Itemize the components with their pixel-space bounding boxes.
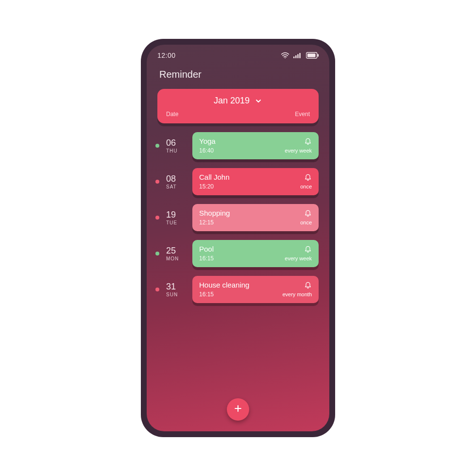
reminder-info: Call John15:20 <box>199 173 230 190</box>
reminder-row: 25MONPool16:15every week <box>155 240 319 267</box>
bell-icon <box>304 173 312 182</box>
reminder-time: 16:15 <box>199 291 249 298</box>
repeat-label: every week <box>285 255 312 261</box>
reminder-card[interactable]: Call John15:20once <box>192 168 319 195</box>
reminder-card[interactable]: Shopping12:15once <box>192 204 319 231</box>
day-of-week: SAT <box>166 184 186 189</box>
reminder-card[interactable]: House cleaning16:15every month <box>192 276 319 303</box>
bell-icon <box>304 281 312 289</box>
date-column: 31SUN <box>166 282 186 297</box>
date-column: 06THU <box>166 138 186 153</box>
reminder-meta: once <box>300 209 312 225</box>
reminder-title: Shopping <box>199 209 230 217</box>
reminder-list[interactable]: 06THUYoga16:40every week08SATCall John15… <box>147 132 329 431</box>
month-label: Jan 2019 <box>214 96 250 106</box>
status-dot <box>155 252 159 255</box>
reminder-meta: every month <box>282 281 312 297</box>
reminder-title: House cleaning <box>199 281 249 289</box>
svg-rect-2 <box>295 55 296 58</box>
reminder-row: 19TUEShopping12:15once <box>155 204 319 231</box>
header-event: Event <box>295 111 310 118</box>
bell-icon <box>304 137 312 146</box>
bell-icon <box>304 245 312 254</box>
repeat-label: once <box>300 220 312 225</box>
reminder-row: 06THUYoga16:40every week <box>155 132 319 159</box>
day-number: 08 <box>166 174 186 183</box>
reminder-info: Pool16:15 <box>199 245 214 262</box>
month-selector-card: Jan 2019 Date Event <box>157 89 319 123</box>
phone-frame: 12:00 <box>141 39 335 437</box>
date-column: 25MON <box>166 246 186 261</box>
day-number: 06 <box>166 138 186 147</box>
reminder-meta: every week <box>285 137 312 153</box>
bell-icon <box>304 209 312 218</box>
reminder-card[interactable]: Pool16:15every week <box>192 240 319 267</box>
status-icons <box>281 52 319 59</box>
reminder-info: Shopping12:15 <box>199 209 230 226</box>
status-dot <box>155 144 159 148</box>
svg-rect-1 <box>293 56 294 58</box>
repeat-label: once <box>300 184 312 189</box>
reminder-row: 08SATCall John15:20once <box>155 168 319 195</box>
svg-rect-6 <box>307 53 316 57</box>
page-title: Reminder <box>147 62 329 87</box>
day-of-week: THU <box>166 148 186 153</box>
reminder-time: 16:15 <box>199 255 214 262</box>
day-number: 31 <box>166 282 186 291</box>
reminder-meta: once <box>300 173 312 189</box>
reminder-info: House cleaning16:15 <box>199 281 249 298</box>
status-dot <box>155 180 159 184</box>
svg-rect-7 <box>318 54 319 57</box>
repeat-label: every month <box>282 291 312 297</box>
reminder-row: 31SUNHouse cleaning16:15every month <box>155 276 319 303</box>
status-dot <box>155 288 159 291</box>
status-bar: 12:00 <box>147 45 329 62</box>
status-dot <box>155 216 159 220</box>
battery-icon <box>306 52 319 59</box>
reminder-time: 12:15 <box>199 219 230 226</box>
reminder-meta: every week <box>285 245 312 261</box>
day-of-week: SUN <box>166 292 186 297</box>
date-column: 19TUE <box>166 210 186 225</box>
reminder-time: 16:40 <box>199 147 216 154</box>
add-reminder-button[interactable] <box>227 398 249 421</box>
date-column: 08SAT <box>166 174 186 189</box>
plus-icon <box>233 404 243 415</box>
status-time: 12:00 <box>157 51 176 59</box>
signal-icon <box>293 52 302 59</box>
reminder-title: Call John <box>199 173 230 181</box>
month-selector[interactable]: Jan 2019 <box>166 95 310 111</box>
reminder-info: Yoga16:40 <box>199 137 216 154</box>
svg-rect-3 <box>297 54 298 58</box>
screen: 12:00 <box>147 45 329 431</box>
reminder-title: Pool <box>199 245 214 253</box>
month-column-headers: Date Event <box>166 111 310 118</box>
day-number: 25 <box>166 246 186 255</box>
day-number: 19 <box>166 210 186 219</box>
reminder-card[interactable]: Yoga16:40every week <box>192 132 319 159</box>
header-date: Date <box>166 111 178 118</box>
svg-rect-4 <box>299 53 300 58</box>
wifi-icon <box>281 52 289 59</box>
day-of-week: MON <box>166 256 186 261</box>
reminder-time: 15:20 <box>199 183 230 190</box>
day-of-week: TUE <box>166 220 186 225</box>
reminder-title: Yoga <box>199 137 216 145</box>
chevron-down-icon <box>255 97 262 105</box>
repeat-label: every week <box>285 148 312 153</box>
svg-point-0 <box>285 57 286 58</box>
